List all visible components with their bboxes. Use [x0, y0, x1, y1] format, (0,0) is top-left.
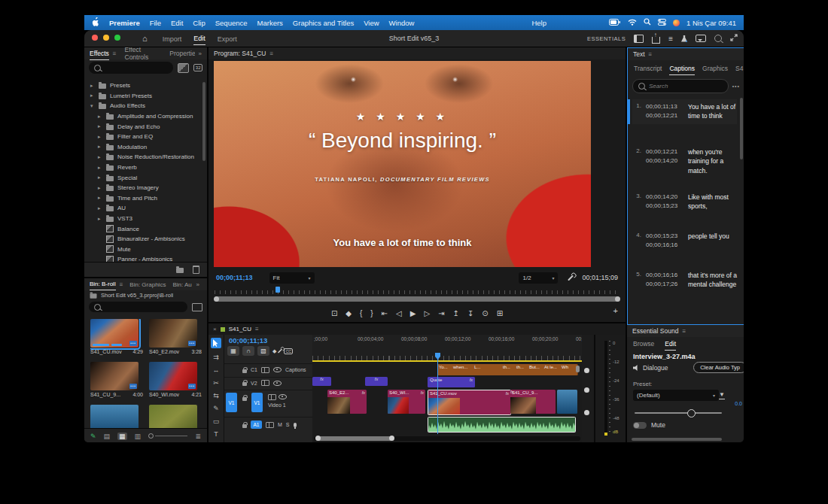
menu-sequence[interactable]: Sequence — [215, 19, 248, 27]
voiceover-record-icon[interactable] — [294, 423, 297, 427]
lock-icon[interactable] — [242, 424, 247, 428]
tab-s4-truncated[interactable]: S4 — [735, 62, 743, 74]
tab-bin-broll[interactable]: Bin: B-roll — [90, 278, 116, 290]
tree-item-presets[interactable]: ▸Presets — [84, 80, 207, 91]
menu-clip[interactable]: Clip — [193, 19, 205, 27]
caption-row-1[interactable]: 1. 00;00;11;1300;00;12;21 You have a lot… — [632, 99, 737, 124]
caption-row-5[interactable]: 5. 00;00;16;1600;00;17;26 that it's more… — [632, 271, 737, 290]
menu-window[interactable]: Window — [389, 19, 415, 27]
playback-resolution-dropdown[interactable]: 1/2▾ — [519, 272, 558, 284]
apple-logo-icon[interactable] — [92, 17, 99, 28]
graphic-clip[interactable]: fx — [312, 377, 331, 386]
beaker-icon[interactable] — [681, 35, 687, 42]
graphic-clip-quote[interactable]: Quotefx — [428, 377, 475, 387]
solo-track-button[interactable]: S — [286, 422, 290, 427]
video-clip[interactable]: S40_WI...fx — [388, 390, 425, 414]
track-resize-handle[interactable] — [584, 368, 589, 373]
clear-audio-type-button[interactable]: Clear Audio Typ — [693, 362, 744, 373]
bin-clip-3[interactable]: ••• S41_CU_9...4:00 — [90, 362, 143, 397]
status-app-icon[interactable] — [673, 20, 680, 26]
bin-clip-6[interactable] — [149, 405, 202, 428]
pen-edit-icon[interactable]: ✎ — [90, 433, 96, 440]
caption-row-4[interactable]: 4. 00;00;15;2300;00;16;16 people tell yo… — [632, 232, 737, 250]
sync-lock-icon[interactable] — [268, 394, 276, 400]
workspace-icon[interactable] — [634, 35, 644, 43]
step-forward-icon[interactable]: ▷ — [424, 309, 430, 317]
tree-item-delay-echo[interactable]: ▸Delay and Echo — [84, 121, 207, 132]
razor-tool[interactable]: ✂ — [213, 379, 219, 387]
menu-graphics-titles[interactable]: Graphics and Titles — [293, 19, 354, 27]
filmstrip-view-icon[interactable]: ▥ — [135, 433, 142, 440]
32bit-effects-icon[interactable]: 32 — [193, 64, 202, 71]
tree-item-stereo-imagery[interactable]: ▸Stereo Imagery — [84, 183, 207, 193]
insert-overwrite-toggle-icon[interactable]: ▦ — [227, 346, 239, 356]
effects-panel-menu-icon[interactable]: ≡ — [113, 50, 117, 57]
tab-effect-controls[interactable]: Effect Controls — [125, 47, 162, 63]
track-visibility-icon[interactable] — [273, 367, 282, 372]
close-sequence-icon[interactable]: × — [213, 326, 217, 332]
mute-toggle[interactable] — [633, 422, 647, 429]
save-preset-icon[interactable]: ▼ — [719, 391, 725, 399]
intensity-slider[interactable] — [635, 412, 722, 414]
delete-custom-item-icon[interactable] — [193, 266, 199, 274]
slip-tool[interactable]: ⇆ — [213, 392, 219, 399]
add-marker-icon[interactable]: ◆ — [272, 348, 276, 354]
zoom-window-button[interactable] — [114, 35, 126, 42]
home-icon[interactable]: ⌂ — [142, 34, 148, 43]
type-tool[interactable]: T — [214, 430, 218, 438]
linked-selection-toggle-icon[interactable]: ▧ — [257, 346, 269, 356]
comments-icon[interactable] — [696, 35, 706, 42]
menu-file[interactable]: File — [150, 19, 161, 27]
bin-clip-1[interactable]: ••• S41_CU.mov4:29 — [90, 319, 143, 354]
bin-panel-menu-icon[interactable]: ≡ — [120, 281, 123, 288]
timeline-playhead[interactable] — [437, 354, 438, 434]
bin-clip-4[interactable]: ••• S40_WI.mov4:21 — [149, 362, 202, 397]
sync-lock-icon[interactable] — [266, 422, 274, 428]
control-center-icon[interactable] — [658, 19, 666, 27]
sequence-tab[interactable]: S41_CU — [229, 326, 251, 332]
video-clip[interactable]: S40_E2...fx — [327, 390, 367, 414]
lift-icon[interactable]: ↥ — [453, 309, 459, 317]
sync-lock-icon[interactable] — [261, 380, 269, 386]
sync-lock-icon[interactable] — [261, 367, 269, 373]
mark-in-icon[interactable]: { — [360, 309, 362, 317]
essential-sound-menu-icon[interactable]: ≡ — [682, 328, 686, 335]
menu-markers[interactable]: Markers — [257, 19, 283, 27]
source-patch-v1[interactable]: V1 — [226, 393, 237, 412]
sound-hscrollbar[interactable] — [632, 438, 722, 441]
timeline-lanes[interactable]: ;00;00 00;00;04;00 00;00;08;00 00;00;12;… — [312, 335, 582, 442]
export-frame-icon[interactable]: ⊙ — [482, 309, 488, 317]
track-visibility-icon[interactable] — [279, 394, 287, 399]
tab-effects[interactable]: Effects — [90, 47, 109, 60]
bin-search-input[interactable] — [89, 302, 187, 312]
timeline-settings-wrench-icon[interactable] — [278, 348, 282, 353]
add-marker-icon[interactable]: ◆ — [346, 309, 352, 317]
menu-help[interactable]: Help — [531, 19, 546, 27]
tab-bin-graphics[interactable]: Bin: Graphics — [129, 279, 166, 290]
tree-item-audio-effects[interactable]: ▾Audio Effects — [84, 101, 207, 111]
tree-item-mute[interactable]: Mute — [84, 244, 207, 255]
more-options-icon[interactable]: ••• — [732, 83, 740, 89]
play-button-icon[interactable]: ▶ — [410, 309, 416, 317]
track-target-v1[interactable]: V1 — [251, 393, 263, 412]
tree-item-noise-reduction[interactable]: ▸Noise Reduction/Restoration — [84, 152, 207, 162]
more-panels-chevron-icon[interactable]: » — [199, 50, 202, 57]
timeline-panel-menu-icon[interactable]: ≡ — [255, 326, 259, 332]
fullscreen-icon[interactable] — [730, 34, 738, 43]
tree-item-amplitude[interactable]: ▸Amplitude and Compression — [84, 111, 207, 122]
wifi-icon[interactable] — [628, 19, 637, 27]
program-panel-menu-icon[interactable]: ≡ — [269, 50, 273, 57]
tree-item-reverb[interactable]: ▸Reverb — [84, 162, 207, 173]
quick-search-icon[interactable] — [714, 35, 722, 42]
go-to-in-icon[interactable]: ⇤ — [382, 309, 388, 317]
timeline-hscrollbar[interactable] — [314, 436, 580, 441]
tree-item-balance[interactable]: Balance — [84, 223, 207, 234]
lock-icon[interactable] — [242, 369, 247, 373]
preset-dropdown[interactable]: (Default)▾ — [633, 390, 719, 401]
track-resize-handle[interactable] — [584, 410, 589, 415]
tree-item-time-pitch[interactable]: ▸Time and Pitch — [84, 193, 207, 204]
effects-scrollbar[interactable] — [202, 82, 205, 161]
tab-browse[interactable]: Browse — [633, 338, 654, 350]
rectangle-tool[interactable]: ▭ — [213, 417, 220, 425]
new-custom-bin-icon[interactable] — [176, 268, 184, 273]
